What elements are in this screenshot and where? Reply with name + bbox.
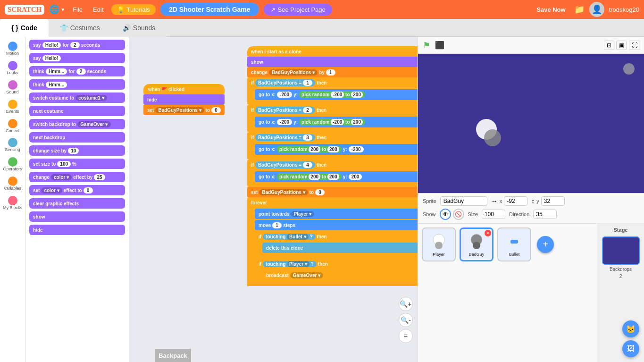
y-arrow-icon: ↕ [531,197,535,205]
sensing-label: Sensing [5,148,20,152]
show-hidden-button[interactable]: 🚫 [453,209,464,220]
green-flag-button[interactable]: ⚑ [422,39,431,51]
block-move-steps[interactable]: move 1 steps [255,220,418,230]
if-header-2[interactable]: if BadGuyPositions = 2 then [247,105,418,116]
backdrops-count: Backdrops [610,267,632,272]
category-myblocks[interactable]: My Blocks [1,194,25,212]
goto-block-4[interactable]: go to x: pick random 200 to 200 y: 200 [255,171,418,182]
svg-point-1 [484,129,501,146]
if-header-4[interactable]: if BadGuyPositions = 4 then [247,160,418,170]
zoom-out-button[interactable]: 🔍- [399,313,413,327]
category-events[interactable]: Events [1,98,25,116]
sprite-delete-badguy[interactable]: ✕ [485,230,491,236]
code-editor[interactable]: when 🚩 clicked hide set BadGuyPositions … [129,37,418,362]
avatar[interactable]: 👤 [589,2,604,17]
svg-point-5 [473,242,480,249]
direction-input[interactable] [533,210,557,219]
category-variables[interactable]: Variables [1,175,25,193]
zoom-reset-button[interactable]: = [399,329,413,343]
see-project-button[interactable]: ↗ See Project Page [264,4,332,16]
zoom-controls: 🔍+ 🔍- = [399,297,413,343]
username-label[interactable]: trodskog20 [609,6,639,13]
goto-block-1[interactable]: go to x: -200 y: pick random -200 to 200 [255,89,418,100]
if-header-3[interactable]: if BadGuyPositions = 3 then [247,132,418,143]
block-change-size[interactable]: change size by 10 [29,145,125,156]
zoom-in-button[interactable]: 🔍+ [399,297,413,311]
stop-button[interactable]: ⬛ [434,40,445,51]
block-switch-backdrop[interactable]: switch backdrop to GameOver ▾ [29,119,125,129]
if-touch-player-header[interactable]: if touching Player ▾ ? then [255,259,418,269]
block-change-effect[interactable]: change color ▾ effect by 25 [29,172,125,182]
tab-code[interactable]: { } Code [0,19,49,37]
fullscreen-button[interactable]: ⛶ [629,41,640,50]
backdrop-thumbnail[interactable] [602,236,640,265]
category-operators[interactable]: Operators [1,155,25,174]
save-now-button[interactable]: Save Now [533,5,569,14]
main-layout: Motion Looks Sound Events Control Sensin… [0,37,644,362]
block-clear-effects[interactable]: clear graphic effects [29,198,125,209]
block-say[interactable]: say Hello! [29,53,125,63]
tab-costumes[interactable]: 👕 Costumes [49,19,111,37]
folder-icon[interactable]: 📁 [574,4,585,15]
block-switch-costume[interactable]: switch costume to costume1 ▾ [29,93,125,103]
script-group-flag: when 🚩 clicked hide set BadGuyPositions … [143,84,225,115]
sprite-thumb-badguy[interactable]: ✕ BadGuy [460,227,493,261]
category-looks[interactable]: Looks [1,59,25,77]
block-hide[interactable]: hide [29,225,125,235]
bullet-sprite-preview [505,232,524,251]
show-visible-button[interactable]: 👁 [440,209,451,220]
block-next-backdrop[interactable]: next backdrop [29,132,125,143]
block-set-bgp-0[interactable]: set BadGuyPositions ▾ to 0 [247,187,418,197]
sprite-x-input[interactable] [504,196,527,206]
block-think-for[interactable]: think Hmm... for 2 seconds [29,66,125,76]
block-set-badguy[interactable]: set BadGuyPositions ▾ to 0 [143,105,225,115]
myblocks-dot [8,196,17,205]
sprite-name-input[interactable] [440,196,487,206]
if-touch-bullet-header[interactable]: if touching Bullet ▾ ? then [255,231,418,242]
block-hide-2[interactable]: hide [143,94,225,105]
tutorials-button[interactable]: 💡 Tutorials [111,4,156,15]
sprite-thumb-bullet[interactable]: Bullet [497,227,531,261]
goto-block-2[interactable]: go to x: -200 y: pick random -200 to 200 [255,117,418,127]
tab-sounds[interactable]: 🔊 Sounds [111,19,167,37]
size-input[interactable] [482,210,505,219]
code-tab-icon: { } [11,24,18,32]
stage-view-buttons: ⊡ ▣ ⛶ [604,41,640,50]
block-show-clone[interactable]: show [247,57,418,67]
category-sound[interactable]: Sound [1,78,25,97]
block-when-clone[interactable]: when I start as a clone [247,46,418,57]
block-change-bgp[interactable]: change BadGuyPositions ▾ by 1 [247,67,418,77]
backpack-bar[interactable]: Backpack [155,349,191,362]
normal-stage-button[interactable]: ▣ [616,41,627,50]
block-next-costume[interactable]: next costume [29,106,125,116]
category-control[interactable]: Control [1,117,25,135]
scratch-logo[interactable]: SCRATCH [5,5,44,15]
block-show[interactable]: show [29,211,125,222]
events-label: Events [6,109,19,114]
file-menu[interactable]: File [70,5,85,14]
block-say-for[interactable]: say Hello! for 2 seconds [29,40,125,50]
if-header-1[interactable]: if BadGuyPositions = 1 then [247,77,418,88]
edit-menu[interactable]: Edit [90,5,106,14]
sprite-y-input[interactable] [541,196,565,206]
add-sprite-button[interactable]: + [537,236,554,253]
stage-icon-button[interactable]: 🖼 [622,340,639,357]
block-think[interactable]: think Hmm... [29,79,125,90]
block-when-flag[interactable]: when 🚩 clicked [143,84,225,94]
sprite-thumb-player[interactable]: Player [422,227,456,261]
forever-header[interactable]: forever [247,197,418,208]
block-delete-clone[interactable]: delete this clone [262,243,418,253]
looks-dot [8,61,17,70]
category-sensing[interactable]: Sensing [1,136,25,154]
block-set-size[interactable]: set size to 100 % [29,159,125,169]
stage-indicator [623,63,635,75]
project-title-button[interactable]: 2D Shooter Scratch Game [160,3,259,16]
goto-block-3[interactable]: go to x: pick random 200 to 200 y: -200 [255,144,418,155]
block-broadcast-gameover[interactable]: broadcast GameOver ▾ [262,270,418,280]
block-set-effect[interactable]: set color ▾ effect to 0 [29,185,125,195]
small-stage-button[interactable]: ⊡ [604,41,614,50]
category-motion[interactable]: Motion [1,40,25,58]
language-selector[interactable]: 🌐 ▼ [49,4,65,15]
block-point-towards[interactable]: point towards Player ▾ [255,209,418,219]
cat-button[interactable]: 🐱 [622,320,639,337]
